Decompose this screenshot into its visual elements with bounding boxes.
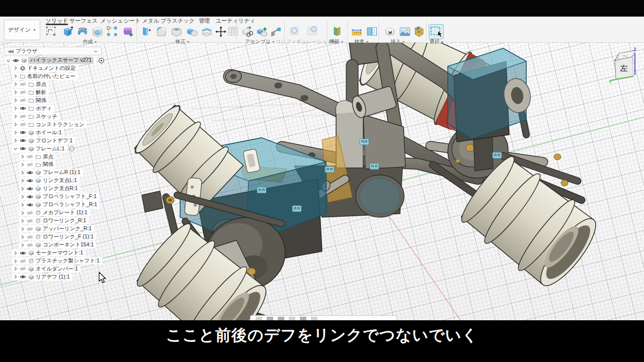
- joint-marker[interactable]: [292, 206, 301, 212]
- tree-caret-icon[interactable]: [20, 219, 26, 223]
- tree-caret-icon[interactable]: [13, 130, 19, 135]
- ribbon-tab-7[interactable]: ユーティリティ: [213, 17, 258, 25]
- tree-caret-icon[interactable]: [13, 98, 19, 103]
- visibility-on-icon[interactable]: [13, 58, 20, 63]
- joint-marker[interactable]: [325, 166, 334, 172]
- visibility-off-icon[interactable]: [27, 242, 34, 248]
- section-analysis-icon[interactable]: [365, 25, 378, 38]
- new-component-icon[interactable]: [240, 25, 254, 38]
- browser-row[interactable]: スケッチ: [12, 113, 60, 120]
- browser-row[interactable]: プロペラシャフト_R:1: [19, 201, 100, 209]
- radio-circle-icon[interactable]: [69, 146, 75, 152]
- tree-item-label[interactable]: モーターマウント:1: [36, 249, 83, 256]
- pattern-icon[interactable]: [106, 25, 119, 38]
- visibility-on-icon[interactable]: [20, 138, 27, 143]
- tree-caret-icon[interactable]: [20, 178, 26, 183]
- browser-row[interactable]: ハイラックスサーフ v271: [5, 57, 105, 64]
- tree-caret-icon[interactable]: [13, 275, 19, 279]
- joint-marker[interactable]: [493, 152, 502, 158]
- tree-item-label[interactable]: 原点: [43, 153, 53, 160]
- browser-row[interactable]: リアデフ (1):1: [12, 273, 72, 281]
- tree-item-label[interactable]: プロペラシャフト_R:1: [43, 201, 97, 208]
- combine-icon[interactable]: [185, 25, 198, 38]
- browser-row[interactable]: 関係: [12, 97, 49, 104]
- visibility-on-icon[interactable]: [27, 186, 34, 192]
- tree-caret-icon[interactable]: [13, 266, 19, 271]
- browser-row[interactable]: モーターマウント:1: [12, 249, 86, 257]
- form-icon[interactable]: [121, 25, 134, 38]
- visibility-on-icon[interactable]: [27, 202, 34, 208]
- browser-row[interactable]: ボディ: [12, 105, 54, 112]
- ribbon-group-label[interactable]: 選択▼: [407, 38, 467, 45]
- browser-row[interactable]: 原点: [12, 80, 49, 88]
- browser-row[interactable]: アッパーリンク_R:1: [19, 225, 94, 233]
- visibility-on-icon[interactable]: [20, 106, 27, 111]
- tree-item-label[interactable]: リアデフ (1):1: [36, 274, 70, 281]
- activate-component-icon[interactable]: [98, 57, 105, 64]
- insert-image-icon[interactable]: [398, 25, 412, 38]
- browser-row[interactable]: フロントデフ:1: [12, 137, 75, 144]
- joint-marker[interactable]: [257, 187, 266, 193]
- joint-marker[interactable]: [360, 139, 369, 145]
- tree-item-label[interactable]: ハイラックスサーフ v271: [28, 57, 94, 64]
- tree-item-label[interactable]: スケッチ: [36, 113, 57, 120]
- tree-item-label[interactable]: フレームR (1):1: [43, 169, 80, 176]
- tree-caret-icon[interactable]: [13, 114, 19, 119]
- visibility-on-icon[interactable]: [27, 170, 34, 175]
- tree-item-label[interactable]: コンストラクション: [36, 121, 85, 128]
- browser-row[interactable]: メカプレート (1):1: [19, 209, 90, 217]
- tree-item-label[interactable]: ロワーリンク_R:1: [43, 217, 86, 224]
- configuration-table-icon[interactable]: [306, 25, 319, 38]
- tree-caret-icon[interactable]: [13, 82, 19, 86]
- tree-caret-icon[interactable]: [20, 227, 26, 231]
- assemble-icon[interactable]: [256, 25, 269, 38]
- tree-caret-icon[interactable]: [13, 66, 19, 70]
- tree-item-label[interactable]: 解析: [36, 89, 46, 96]
- offset-icon[interactable]: [200, 25, 213, 38]
- tree-item-label[interactable]: リンク支点R:1: [43, 185, 78, 192]
- model-scene[interactable]: [0, 43, 644, 320]
- tree-item-label[interactable]: ホイール:1: [36, 129, 62, 136]
- tree-item-label[interactable]: プロペラシャフト_F:1: [43, 193, 97, 200]
- construct-plane-icon[interactable]: [331, 25, 344, 38]
- tree-caret-icon[interactable]: [20, 235, 26, 239]
- tree-item-label[interactable]: プラスチック製シャフト:1: [36, 257, 100, 264]
- browser-row[interactable]: オイルダンパー:1: [12, 265, 80, 273]
- tree-caret-icon[interactable]: [6, 58, 12, 63]
- browser-row[interactable]: ドキュメントの設定: [12, 64, 78, 72]
- visibility-off-icon[interactable]: [20, 258, 27, 264]
- tree-item-label[interactable]: ドキュメントの設定: [27, 65, 75, 72]
- visibility-on-icon[interactable]: [20, 146, 27, 151]
- browser-row[interactable]: ホイール:1: [12, 129, 64, 136]
- browser-row[interactable]: 原点: [19, 153, 56, 160]
- minimize-panel-icon[interactable]: −: [94, 48, 97, 54]
- browser-row[interactable]: リンク支点R:1: [19, 185, 80, 193]
- visibility-off-icon[interactable]: [27, 210, 34, 216]
- tree-caret-icon[interactable]: [13, 74, 19, 78]
- visibility-off-icon[interactable]: [27, 226, 34, 232]
- parameters-icon[interactable]: [226, 25, 239, 38]
- visibility-on-icon[interactable]: [27, 178, 34, 184]
- flange-icon[interactable]: [140, 25, 153, 38]
- tree-item-label[interactable]: 関係: [43, 161, 53, 168]
- tree-item-label[interactable]: ボディ: [36, 105, 52, 112]
- hole-icon[interactable]: [91, 25, 104, 38]
- insert-derive-icon[interactable]: [383, 25, 396, 38]
- browser-row[interactable]: ロワーリンク_R:1: [19, 217, 89, 225]
- tree-caret-icon[interactable]: [20, 211, 26, 215]
- visibility-off-icon[interactable]: [20, 98, 27, 103]
- tree-item-label[interactable]: 名前の付いたビュー: [27, 73, 75, 80]
- tree-caret-icon[interactable]: [13, 90, 19, 95]
- ribbon-group-label[interactable]: 作成▼: [60, 38, 120, 45]
- tree-item-label[interactable]: リンク支点L:1: [43, 177, 77, 184]
- browser-row[interactable]: 名前の付いたビュー: [12, 72, 78, 80]
- tree-caret-icon[interactable]: [20, 170, 26, 175]
- browser-header[interactable]: ◀◀ ブラウザ −: [4, 47, 102, 55]
- tree-caret-icon[interactable]: [13, 106, 19, 111]
- tree-caret-icon[interactable]: [20, 243, 26, 247]
- tree-caret-icon[interactable]: [20, 154, 26, 159]
- shell-icon[interactable]: [170, 25, 183, 38]
- ribbon-group-label[interactable]: 修正▼: [152, 38, 213, 45]
- tree-caret-icon[interactable]: [13, 259, 19, 263]
- browser-row[interactable]: コンポーネント154:1: [19, 241, 96, 249]
